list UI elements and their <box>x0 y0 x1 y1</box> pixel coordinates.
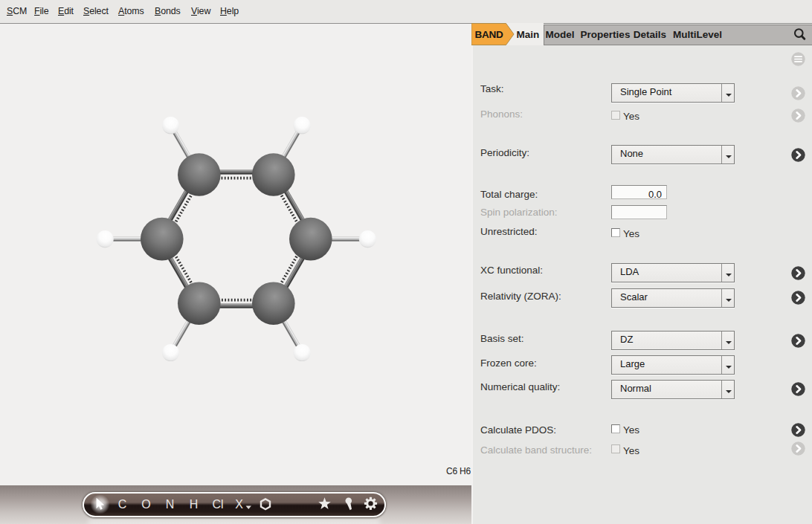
svg-text:N: N <box>166 498 175 511</box>
svg-text:BAND: BAND <box>474 29 503 40</box>
svg-text:X: X <box>235 498 243 511</box>
svg-text:Cl: Cl <box>212 498 223 511</box>
svg-text:C: C <box>118 498 127 511</box>
svg-text:O: O <box>141 498 150 511</box>
svg-text:H: H <box>190 498 199 511</box>
